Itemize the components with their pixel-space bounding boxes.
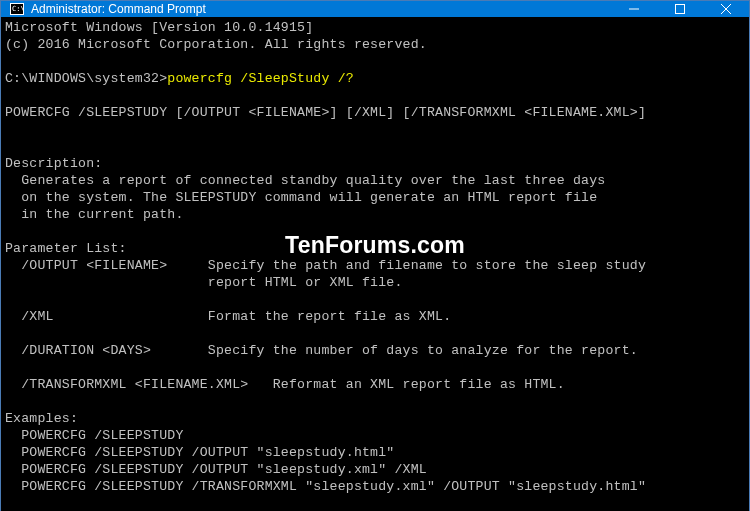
prompt-path: C:\WINDOWS\system32>	[5, 71, 167, 86]
examples-heading: Examples:	[5, 411, 78, 426]
version-line: Microsoft Windows [Version 10.0.14915]	[5, 20, 313, 35]
command-input: powercfg /SleepStudy /?	[167, 71, 354, 86]
svg-text:C:\: C:\	[12, 5, 24, 13]
terminal-output[interactable]: Microsoft Windows [Version 10.0.14915] (…	[1, 17, 749, 511]
parameter-duration: /DURATION <DAYS> Specify the number of d…	[5, 343, 638, 358]
example-line: POWERCFG /SLEEPSTUDY	[5, 428, 184, 443]
example-line: POWERCFG /SLEEPSTUDY /OUTPUT "sleepstudy…	[5, 445, 394, 460]
usage-line: POWERCFG /SLEEPSTUDY [/OUTPUT <FILENAME>…	[5, 105, 646, 120]
svg-rect-3	[676, 5, 685, 14]
copyright-line: (c) 2016 Microsoft Corporation. All righ…	[5, 37, 427, 52]
parameter-output: /OUTPUT <FILENAME> Specify the path and …	[5, 258, 646, 273]
window-title: Administrator: Command Prompt	[31, 2, 206, 16]
parameter-xml: /XML Format the report file as XML.	[5, 309, 451, 324]
close-button[interactable]	[703, 1, 749, 17]
example-line: POWERCFG /SLEEPSTUDY /OUTPUT "sleepstudy…	[5, 462, 427, 477]
parameter-output: report HTML or XML file.	[5, 275, 403, 290]
command-prompt-window: C:\ Administrator: Command Prompt Micros…	[0, 0, 750, 511]
description-text: on the system. The SLEEPSTUDY command wi…	[5, 190, 597, 205]
parameter-transform: /TRANSFORMXML <FILENAME.XML> Reformat an…	[5, 377, 565, 392]
description-heading: Description:	[5, 156, 102, 171]
maximize-button[interactable]	[657, 1, 703, 17]
description-text: Generates a report of connected standby …	[5, 173, 605, 188]
titlebar[interactable]: C:\ Administrator: Command Prompt	[1, 1, 749, 17]
minimize-button[interactable]	[611, 1, 657, 17]
example-line: POWERCFG /SLEEPSTUDY /TRANSFORMXML "slee…	[5, 479, 646, 494]
app-icon: C:\	[9, 1, 25, 17]
watermark: TenForums.com	[285, 237, 465, 254]
description-text: in the current path.	[5, 207, 184, 222]
parameter-heading: Parameter List:	[5, 241, 127, 256]
window-controls	[611, 1, 749, 17]
